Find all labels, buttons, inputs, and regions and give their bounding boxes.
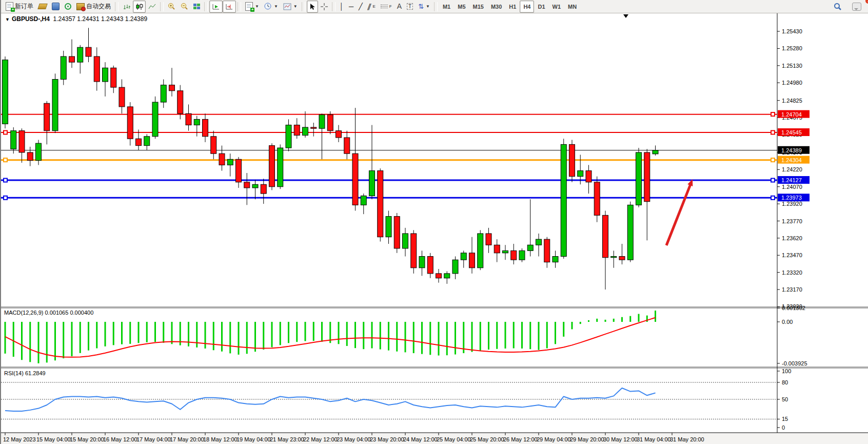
- macd-bar: [171, 322, 173, 344]
- profiles-button[interactable]: [49, 1, 62, 13]
- candle: [336, 131, 342, 138]
- zoom-out-button[interactable]: [178, 1, 191, 13]
- macd-bar: [371, 322, 373, 349]
- time-label: 15 May 20:00: [70, 436, 104, 442]
- macd-bar: [321, 322, 323, 342]
- line-handle[interactable]: [4, 131, 7, 134]
- candle: [627, 205, 633, 260]
- bar-chart-button[interactable]: [120, 1, 133, 13]
- line-handle[interactable]: [4, 158, 7, 162]
- cursor-button[interactable]: [307, 1, 318, 13]
- candle: [619, 257, 625, 260]
- macd-bar: [413, 322, 415, 353]
- candle: [11, 131, 16, 149]
- time-label: 25 May 04:00: [437, 436, 471, 442]
- svg-text:1.24304: 1.24304: [781, 157, 802, 163]
- line-handle[interactable]: [771, 112, 775, 116]
- chevron-down-icon: ▼: [274, 4, 278, 9]
- macd-bar: [163, 322, 164, 343]
- fibonacci-tool[interactable]: F: [378, 1, 394, 13]
- candle: [244, 182, 250, 188]
- candle: [452, 260, 458, 274]
- macd-bar: [46, 322, 48, 362]
- signals-button[interactable]: [62, 1, 74, 13]
- candle: [61, 56, 66, 80]
- timeframe-button-mn[interactable]: MN: [564, 1, 580, 13]
- candle: [303, 127, 308, 136]
- candle: [261, 184, 266, 194]
- trendline-tool[interactable]: ╱: [356, 1, 365, 13]
- line-handle[interactable]: [771, 158, 775, 162]
- timeframe-button-m5[interactable]: M5: [454, 1, 469, 13]
- line-handle[interactable]: [4, 196, 7, 200]
- chart-shift-button[interactable]: [223, 1, 236, 13]
- zoom-in-button[interactable]: [165, 1, 178, 13]
- macd-bar: [196, 322, 198, 348]
- time-label: 17 May 20:00: [170, 436, 204, 442]
- indicators-button[interactable]: +▼: [243, 1, 262, 13]
- symbol-timeframe-label: GBPUSD-,H4: [12, 15, 50, 23]
- search-button[interactable]: [831, 1, 844, 13]
- notifications-button[interactable]: 1: [850, 1, 864, 13]
- trendline-icon: ╱: [359, 3, 363, 10]
- macd-bar: [354, 322, 356, 348]
- candle: [486, 234, 491, 245]
- svg-text:0: 0: [782, 424, 785, 431]
- crosshair-button[interactable]: [318, 1, 330, 13]
- macd-bar: [521, 322, 523, 349]
- svg-text:1.24825: 1.24825: [782, 98, 802, 104]
- styler-button[interactable]: [36, 1, 49, 13]
- chart-title: ▼GBPUSD-,H4 1.24357 1.24431 1.24343 1.24…: [5, 15, 147, 23]
- time-label: 21 May 23:00: [270, 436, 304, 442]
- auto-trading-button[interactable]: 自动交易: [74, 1, 113, 13]
- macd-bar: [438, 322, 440, 356]
- timeframe-button-w1[interactable]: W1: [549, 1, 565, 13]
- macd-bar: [446, 322, 448, 355]
- line-handle[interactable]: [771, 131, 775, 134]
- timeframe-button-h1[interactable]: H1: [505, 1, 520, 13]
- new-order-button[interactable]: + 新订单: [3, 1, 36, 13]
- timeframe-button-m15[interactable]: M15: [469, 1, 487, 13]
- line-chart-button[interactable]: [146, 1, 159, 13]
- templates-button[interactable]: ▼: [281, 1, 300, 13]
- arrows-tool[interactable]: ⇅▼: [416, 1, 432, 13]
- collapse-triangle-icon[interactable]: ▼: [5, 17, 10, 22]
- candle: [327, 115, 333, 131]
- indicators-icon: +: [245, 2, 253, 11]
- timeframe-button-d1[interactable]: D1: [534, 1, 548, 13]
- macd-bar: [113, 322, 114, 345]
- vertical-line-tool[interactable]: │: [337, 1, 346, 13]
- periods-button[interactable]: ▼: [262, 1, 281, 13]
- chart-window[interactable]: ▼GBPUSD-,H4 1.24357 1.24431 1.24343 1.24…: [1, 13, 868, 444]
- svg-text:15: 15: [782, 416, 788, 422]
- toolbar-separator: [332, 2, 336, 11]
- macd-bar: [129, 322, 131, 344]
- tile-windows-button[interactable]: [191, 1, 203, 13]
- line-handle[interactable]: [771, 179, 775, 182]
- svg-text:1.25430: 1.25430: [782, 28, 802, 34]
- candle: [211, 137, 216, 153]
- horizontal-line-tool[interactable]: ─: [346, 1, 356, 13]
- candle: [461, 253, 466, 260]
- candle: [553, 257, 558, 262]
- macd-bar: [405, 322, 406, 352]
- timeframe-button-h4[interactable]: H4: [520, 1, 534, 13]
- candle: [311, 127, 317, 128]
- timeframe-button-m1[interactable]: M1: [439, 1, 454, 13]
- zoom-out-icon: [181, 3, 188, 10]
- candle: [269, 146, 275, 187]
- line-handle[interactable]: [4, 179, 7, 182]
- macd-bar: [121, 322, 123, 344]
- auto-scroll-button[interactable]: [209, 1, 223, 13]
- svg-text:1.24980: 1.24980: [782, 80, 802, 86]
- timeframe-button-m30[interactable]: M30: [487, 1, 505, 13]
- macd-bar: [513, 322, 515, 349]
- chart-canvas[interactable]: 1.254301.252801.251301.249801.248251.246…: [1, 13, 868, 444]
- candlestick-chart-button[interactable]: [133, 1, 146, 13]
- channel-tool[interactable]: ∥E: [365, 1, 378, 13]
- line-handle[interactable]: [771, 196, 775, 200]
- text-tool[interactable]: A: [394, 1, 404, 13]
- text-label-tool[interactable]: T: [404, 1, 416, 13]
- macd-bar: [13, 322, 14, 357]
- macd-bar: [421, 322, 423, 354]
